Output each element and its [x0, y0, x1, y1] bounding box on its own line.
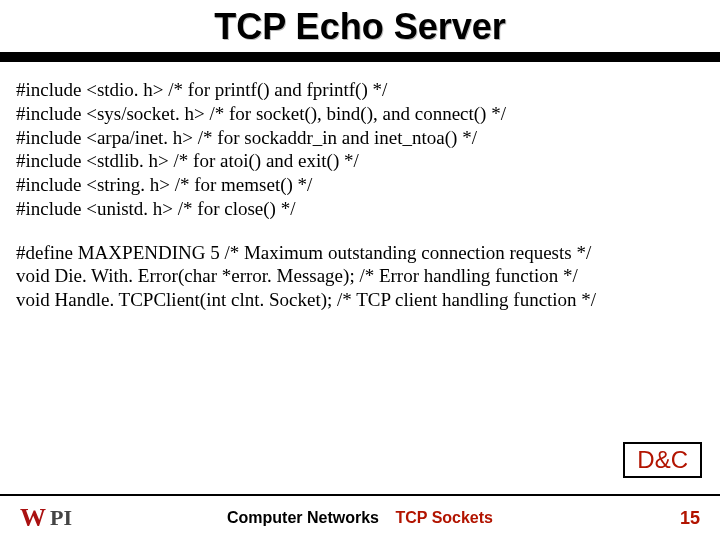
code-line: #include <unistd. h> /* for close() */ [16, 197, 704, 221]
slide-title: TCP Echo Server [214, 6, 505, 47]
code-line: #include <string. h> /* for memset() */ [16, 173, 704, 197]
code-line: void Die. With. Error(char *error. Messa… [16, 264, 704, 288]
footer-left: W PI [20, 505, 72, 531]
dc-badge: D&C [623, 442, 702, 478]
code-line: #define MAXPENDING 5 /* Maximum outstand… [16, 241, 704, 265]
footer: W PI Computer Networks TCP Sockets 15 [0, 494, 720, 540]
logo-w-letter: W [20, 505, 46, 531]
footer-subtopic: TCP Sockets [395, 509, 493, 526]
page-number: 15 [680, 508, 700, 529]
title-bar: TCP Echo Server [0, 0, 720, 52]
wpi-logo: W PI [20, 505, 72, 531]
content-area: #include <stdio. h> /* for printf() and … [0, 62, 720, 312]
footer-topic: Computer Networks [227, 509, 379, 526]
slide: TCP Echo Server #include <stdio. h> /* f… [0, 0, 720, 540]
declarations-block: #define MAXPENDING 5 /* Maximum outstand… [16, 241, 704, 312]
code-line: #include <sys/socket. h> /* for socket()… [16, 102, 704, 126]
footer-center: Computer Networks TCP Sockets [0, 509, 720, 527]
code-line: #include <arpa/inet. h> /* for sockaddr_… [16, 126, 704, 150]
logo-pi-letters: PI [50, 505, 72, 531]
code-line: void Handle. TCPClient(int clnt. Socket)… [16, 288, 704, 312]
code-line: #include <stdlib. h> /* for atoi() and e… [16, 149, 704, 173]
code-line: #include <stdio. h> /* for printf() and … [16, 78, 704, 102]
title-underline [0, 52, 720, 62]
includes-block: #include <stdio. h> /* for printf() and … [16, 78, 704, 221]
